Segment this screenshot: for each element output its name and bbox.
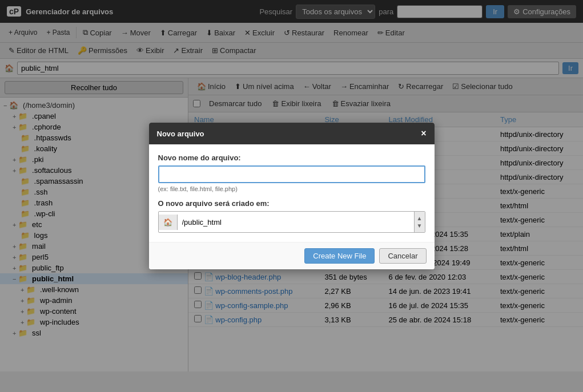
modal-overlay[interactable]: Novo arquivo × Novo nome do arquivo: (ex…	[0, 0, 583, 371]
filename-input[interactable]	[158, 165, 425, 183]
new-file-modal: Novo arquivo × Novo nome do arquivo: (ex…	[149, 123, 435, 269]
scroll-up-icon: ▲	[417, 215, 423, 221]
modal-title: Novo arquivo	[157, 130, 204, 138]
create-new-file-button[interactable]: Create New File	[304, 248, 375, 264]
filename-hint: (ex: file.txt, file.html, file.php)	[158, 185, 425, 192]
path-scroll-controls[interactable]: ▲ ▼	[414, 212, 425, 232]
location-path-row: 🏠 ▲ ▼	[158, 211, 425, 233]
modal-close-button[interactable]: ×	[421, 128, 426, 139]
location-section: O novo arquivo será criado em: 🏠 ▲ ▼	[158, 199, 425, 233]
location-home-icon: 🏠	[159, 215, 178, 230]
modal-header: Novo arquivo ×	[149, 123, 435, 144]
scroll-down-icon: ▼	[417, 223, 423, 229]
location-path-input[interactable]	[178, 215, 414, 230]
filename-label: Novo nome do arquivo:	[158, 153, 425, 162]
cancel-button[interactable]: Cancelar	[379, 248, 426, 264]
modal-footer: Create New File Cancelar	[149, 242, 435, 269]
location-label: O novo arquivo será criado em:	[158, 199, 425, 208]
modal-body: Novo nome do arquivo: (ex: file.txt, fil…	[149, 144, 435, 242]
